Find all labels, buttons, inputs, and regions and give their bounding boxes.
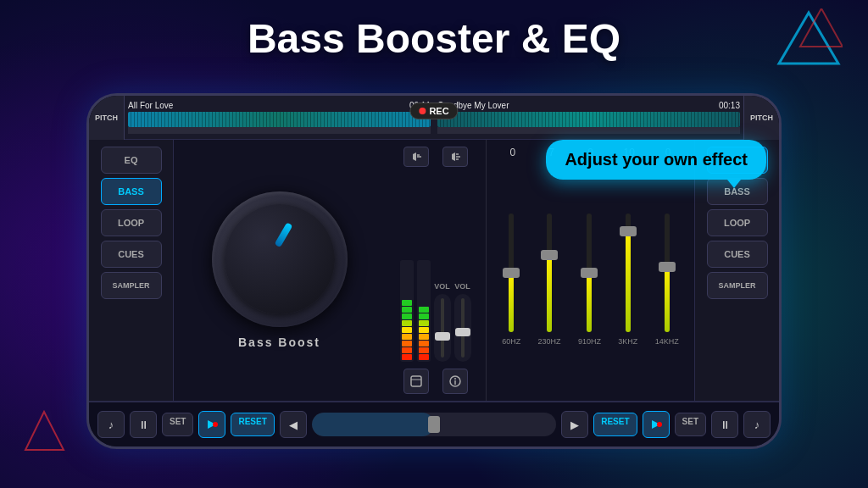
- pause-btn-left[interactable]: ⏸: [130, 411, 157, 438]
- eq-track-910hz[interactable]: [587, 214, 592, 332]
- vol-slider-2-container: VOL: [454, 282, 471, 362]
- vu-column-2: [417, 260, 431, 362]
- vol-up-icon[interactable]: [442, 147, 468, 167]
- left-eq-button[interactable]: EQ: [101, 147, 162, 174]
- knob-label: Bass Boost: [238, 336, 320, 349]
- vol-thumb-2[interactable]: [455, 328, 470, 336]
- info-icon-btn[interactable]: [442, 369, 468, 394]
- progress-bar[interactable]: [312, 413, 556, 436]
- transport-bar: ♪ ⏸ SET RESET ◀ ▶ RESET SET ⏸ ♪: [89, 401, 779, 446]
- eq-slider-3khz: 3KHZ: [618, 214, 637, 346]
- left-track-info: All For Love 00:11: [128, 101, 431, 110]
- rec-label: REC: [429, 106, 448, 116]
- vol-icons: [403, 147, 468, 167]
- eq-val-0: 0: [496, 147, 530, 158]
- knob-container[interactable]: [212, 191, 348, 327]
- pause-btn-right[interactable]: ⏸: [711, 411, 738, 438]
- eq-thumb-230hz[interactable]: [541, 250, 558, 260]
- right-loop-button[interactable]: LOOP: [707, 209, 768, 236]
- eq-label-14khz: 14KHZ: [655, 337, 679, 346]
- left-track-section: All For Love 00:11: [125, 99, 434, 136]
- vol-track-2: [461, 298, 465, 358]
- eq-track-60hz[interactable]: [509, 214, 514, 332]
- progress-thumb[interactable]: [428, 416, 440, 433]
- svg-point-17: [213, 422, 218, 427]
- eq-fill-910hz: [587, 273, 592, 332]
- pitch-btn-right[interactable]: PITCH: [743, 96, 779, 140]
- eq-fill-60hz: [509, 273, 514, 332]
- knob-area: Bass Boost: [174, 140, 385, 401]
- arrow-rec-btn[interactable]: [198, 411, 225, 438]
- eq-slider-230hz: 230HZ: [538, 214, 561, 346]
- vol-track-1: [441, 298, 444, 358]
- right-sampler-button[interactable]: SAMPLER: [707, 272, 768, 299]
- svg-rect-11: [411, 376, 421, 386]
- music-note-icon-right[interactable]: ♪: [743, 411, 771, 438]
- rec-dot: [419, 108, 426, 114]
- settings-icon-btn[interactable]: [403, 369, 429, 394]
- left-loop-button[interactable]: LOOP: [101, 209, 162, 236]
- svg-marker-7: [452, 152, 455, 161]
- eq-slider-60hz: 60HZ: [502, 214, 520, 346]
- vol-label-2: VOL: [454, 282, 470, 291]
- left-sampler-button[interactable]: SAMPLER: [101, 272, 162, 299]
- right-track-info: Goodbye My Lover 00:13: [437, 101, 740, 110]
- left-bass-button[interactable]: BASS: [101, 178, 162, 205]
- vu-bar-1: [400, 260, 414, 362]
- eq-label-3khz: 3KHZ: [618, 337, 637, 346]
- eq-thumb-14khz[interactable]: [659, 262, 676, 272]
- right-cues-button[interactable]: CUES: [707, 241, 768, 268]
- knob-inner: [225, 204, 335, 314]
- reset-btn[interactable]: RESET: [231, 413, 274, 436]
- bottom-icons: [403, 369, 468, 394]
- eq-thumb-3khz[interactable]: [620, 226, 637, 236]
- pitch-btn-left[interactable]: PITCH: [89, 96, 125, 140]
- vol-slider-2[interactable]: [454, 294, 471, 362]
- eq-label-910hz: 910HZ: [578, 337, 601, 346]
- right-track-section: Goodbye My Lover 00:13: [434, 99, 743, 136]
- left-panel: EQ BASS LOOP CUES SAMPLER: [89, 140, 174, 401]
- knob-indicator: [274, 222, 292, 247]
- eq-track-230hz[interactable]: [547, 214, 552, 332]
- page-title: Bass Booster & EQ: [248, 15, 620, 62]
- eq-label-230hz: 230HZ: [538, 337, 561, 346]
- waveform-bar: PITCH All For Love 00:11 REC Goodbye My …: [89, 96, 779, 140]
- reset-btn-right[interactable]: RESET: [593, 413, 637, 436]
- svg-marker-2: [25, 412, 64, 450]
- vol-down-icon[interactable]: [403, 147, 429, 167]
- prev-btn[interactable]: ◀: [280, 411, 307, 438]
- tooltip-bubble: Adjust your own effect: [546, 140, 766, 180]
- set-btn-left[interactable]: SET: [162, 413, 193, 436]
- next-btn[interactable]: ▶: [561, 411, 588, 438]
- eq-slider-910hz: 910HZ: [578, 214, 601, 346]
- vol-label-1: VOL: [434, 282, 450, 291]
- eq-thumb-910hz[interactable]: [581, 268, 598, 278]
- left-waveform: [128, 112, 431, 127]
- svg-point-14: [454, 378, 456, 380]
- right-waveform: [437, 112, 740, 127]
- vol-slider-1[interactable]: [434, 294, 451, 362]
- eq-fill-230hz: [547, 255, 552, 332]
- vu-bar-2: [417, 260, 431, 362]
- set-btn-right[interactable]: SET: [675, 413, 706, 436]
- svg-marker-4: [413, 152, 416, 161]
- left-cues-button[interactable]: CUES: [101, 241, 162, 268]
- music-note-icon-left[interactable]: ♪: [97, 411, 125, 438]
- knob-outer[interactable]: [212, 191, 348, 327]
- arrow-rec-btn-right[interactable]: [643, 411, 670, 438]
- eq-label-60hz: 60HZ: [502, 337, 520, 346]
- right-time-ruler: [437, 127, 740, 134]
- eq-track-3khz[interactable]: [626, 214, 631, 332]
- eq-track-14khz[interactable]: [665, 214, 670, 332]
- eq-slider-14khz: 14KHZ: [655, 214, 679, 346]
- vol-thumb-1[interactable]: [435, 332, 450, 341]
- center-panel: VOL VOL: [385, 140, 487, 401]
- vu-column-1: [400, 260, 414, 362]
- svg-marker-0: [779, 13, 838, 64]
- left-time-ruler: [128, 127, 431, 134]
- eq-thumb-60hz[interactable]: [503, 268, 520, 278]
- vol-slider-1-container: VOL: [434, 282, 451, 362]
- svg-point-19: [657, 422, 662, 427]
- rec-button[interactable]: REC: [409, 103, 458, 119]
- deco-triangle-top-right: [775, 8, 843, 68]
